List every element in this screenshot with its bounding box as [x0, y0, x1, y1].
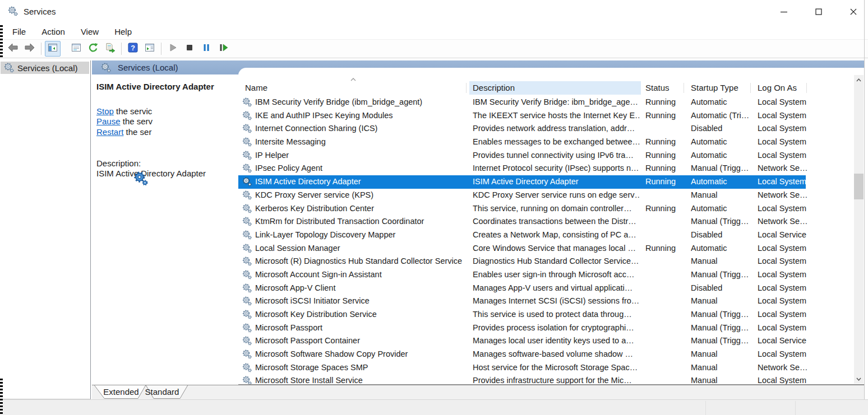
column-header-name[interactable]: Name	[245, 81, 465, 95]
cell-description: Enables user sign-in through Microsoft a…	[473, 268, 640, 282]
menu-help[interactable]: Help	[108, 25, 138, 39]
table-row[interactable]: Link-Layer Topology Discovery Mapper Cre…	[238, 229, 854, 242]
cell-status: Running	[645, 96, 687, 109]
show-action-pane-button[interactable]	[142, 41, 158, 57]
pause-service-link[interactable]: Pause	[96, 116, 121, 126]
vertical-scrollbar[interactable]	[854, 75, 864, 384]
scrollbar-thumb[interactable]	[854, 174, 864, 199]
scroll-down-button[interactable]	[854, 374, 864, 384]
table-row[interactable]: Microsoft Account Sign-in Assistant Enab…	[238, 268, 854, 282]
table-row[interactable]: Internet Connection Sharing (ICS) Provid…	[238, 122, 854, 136]
column-header-description[interactable]: Description	[469, 81, 641, 95]
refresh-button[interactable]	[85, 41, 101, 57]
column-resize-handle[interactable]	[466, 83, 467, 93]
restart-service-link[interactable]: Restart	[96, 127, 123, 137]
pause-line-rest: the serv	[121, 116, 153, 126]
screen-edge-artifact	[0, 379, 3, 414]
cell-status	[645, 122, 687, 136]
cell-name: Microsoft (R) Diagnostics Hub Standard C…	[255, 255, 468, 268]
stop-service-button[interactable]	[182, 41, 197, 57]
cell-description: Manages local user identity keys used to…	[473, 334, 640, 348]
column-resize-handle[interactable]	[806, 83, 807, 93]
cell-name: IP Helper	[255, 149, 468, 162]
cell-name: Microsoft Software Shadow Copy Provider	[255, 348, 468, 361]
table-row[interactable]: IKE and AuthIP IPsec Keying Modules The …	[238, 109, 854, 123]
cell-status	[645, 255, 687, 268]
maximize-button[interactable]	[804, 0, 833, 24]
restart-service-line: Restart the ser	[96, 127, 167, 137]
cell-log-on-as: Local System	[758, 255, 808, 268]
cell-startup-type: Automatic	[691, 136, 754, 149]
service-gear-icon	[242, 348, 253, 363]
restart-line-rest: the ser	[123, 127, 151, 137]
cell-startup-type: Disabled	[691, 229, 754, 242]
table-row[interactable]: Microsoft iSCSI Initiator Service Manage…	[238, 295, 854, 308]
menu-file[interactable]: File	[6, 25, 33, 39]
table-row[interactable]: IPsec Policy Agent Internet Protocol sec…	[238, 162, 854, 175]
help-button[interactable]: ?	[125, 41, 141, 57]
minimize-button[interactable]	[769, 0, 798, 24]
table-row[interactable]: Microsoft Software Shadow Copy Provider …	[238, 348, 854, 361]
table-row[interactable]: Microsoft App-V Client Manages App-V use…	[238, 282, 854, 295]
cell-startup-type: Manual (Trigg…	[691, 162, 754, 175]
cell-status	[645, 374, 687, 385]
tree-item-services-local[interactable]: Services (Local)	[1, 62, 89, 74]
table-row[interactable]: Kerberos Key Distribution Center This se…	[238, 202, 854, 216]
scroll-up-button[interactable]	[854, 75, 864, 85]
pause-service-button[interactable]	[198, 41, 214, 57]
title-bar: Services	[0, 0, 868, 24]
column-header-log-on-as[interactable]: Log On As	[758, 81, 806, 95]
table-row[interactable]: Microsoft Store Install Service Provides…	[238, 374, 854, 385]
start-service-button[interactable]	[165, 41, 181, 57]
cell-name: KtmRm for Distributed Transaction Coordi…	[255, 215, 468, 229]
cell-log-on-as: Local System	[758, 149, 808, 162]
cell-name: Microsoft Storage Spaces SMP	[255, 361, 468, 375]
back-button[interactable]	[5, 41, 21, 57]
cell-description: Host service for the Microsoft Storage S…	[473, 361, 640, 375]
service-gear-icon	[242, 229, 253, 244]
show-console-tree-button[interactable]	[45, 41, 61, 57]
properties-button[interactable]	[68, 41, 84, 57]
cell-startup-type: Manual (Trigg…	[691, 334, 754, 348]
cell-log-on-as: Local Service	[758, 334, 808, 348]
description-text: ISIM Active Directory Adapter	[96, 169, 239, 178]
column-resize-handle[interactable]	[684, 83, 684, 93]
cell-status	[645, 334, 687, 348]
column-header-status[interactable]: Status	[645, 81, 684, 95]
table-row[interactable]: Microsoft Key Distribution Service This …	[238, 308, 854, 321]
table-row[interactable]: KtmRm for Distributed Transaction Coordi…	[238, 215, 854, 229]
column-header-startup-type[interactable]: Startup Type	[691, 81, 750, 95]
cell-description: Manages software-based volume shadow …	[473, 348, 640, 361]
table-row[interactable]: Microsoft Storage Spaces SMP Host servic…	[238, 361, 854, 375]
cell-log-on-as: Local System	[758, 96, 808, 109]
export-list-button[interactable]	[102, 41, 118, 57]
service-gear-icon	[242, 136, 253, 151]
table-row[interactable]: Microsoft Passport Provides process isol…	[238, 321, 854, 335]
cell-description: Provides network address translation, ad…	[473, 122, 640, 136]
table-row[interactable]: Microsoft (R) Diagnostics Hub Standard C…	[238, 255, 854, 268]
menu-action[interactable]: Action	[35, 25, 72, 39]
table-row[interactable]: Local Session Manager Core Windows Servi…	[238, 242, 854, 255]
toolbar: ?	[0, 40, 868, 58]
svg-text:?: ?	[131, 44, 135, 52]
selected-service-title: ISIM Active Directory Adapter	[96, 82, 214, 91]
description-label: Description:	[96, 158, 141, 168]
cell-name: Microsoft Key Distribution Service	[255, 308, 468, 321]
cell-description: Provides tunnel connectivity using IPv6 …	[473, 149, 640, 162]
table-row[interactable]: ISIM Active Directory Adapter ISIM Activ…	[238, 175, 854, 189]
menu-view[interactable]: View	[74, 25, 105, 39]
cell-name: Microsoft App-V Client	[255, 282, 468, 295]
restart-service-button[interactable]	[215, 41, 231, 57]
stop-service-link[interactable]: Stop	[96, 106, 114, 116]
tab-standard[interactable]: Standard	[144, 387, 181, 397]
forward-button[interactable]	[22, 41, 38, 57]
window-right-border	[864, 0, 865, 399]
table-row[interactable]: Microsoft Passport Container Manages loc…	[238, 334, 854, 348]
table-row[interactable]: IBM Security Verify Bridge (ibm_bridge_a…	[238, 96, 854, 109]
table-row[interactable]: IP Helper Provides tunnel connectivity u…	[238, 149, 854, 162]
table-row[interactable]: KDC Proxy Server service (KPS) KDC Proxy…	[238, 189, 854, 202]
tab-extended[interactable]: Extended	[103, 387, 140, 397]
column-resize-handle[interactable]	[750, 83, 751, 93]
cell-name: Microsoft Passport Container	[255, 334, 468, 348]
table-row[interactable]: Intersite Messaging Enables messages to …	[238, 136, 854, 149]
